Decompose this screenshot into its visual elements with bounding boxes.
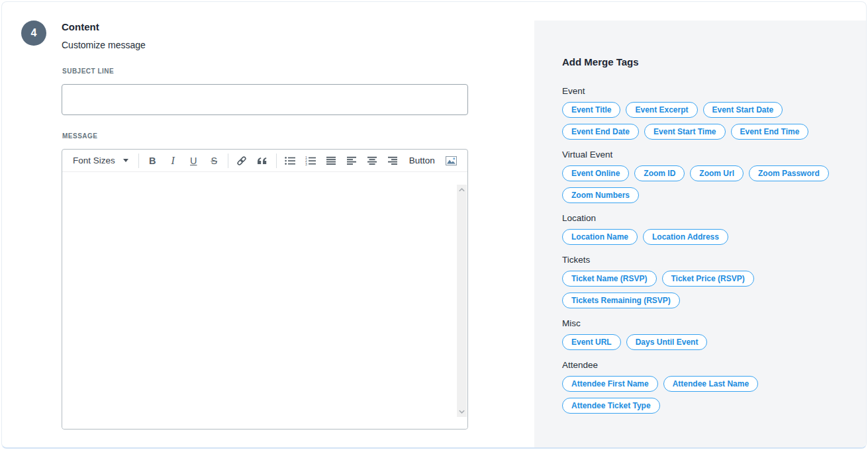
merge-tag-pill[interactable]: Tickets Remaining (RSVP) <box>562 293 680 308</box>
merge-tag-pill[interactable]: Event Title <box>562 102 620 118</box>
chevron-down-icon <box>459 410 465 414</box>
align-left-icon <box>347 156 356 165</box>
merge-tag-row: Event End DateEvent Start TimeEvent End … <box>562 124 840 140</box>
merge-tag-pill[interactable]: Zoom Numbers <box>562 187 639 203</box>
justify-button[interactable] <box>321 152 342 169</box>
merge-tags-title: Add Merge Tags <box>562 56 840 68</box>
merge-tag-section: LocationLocation NameLocation Address <box>562 212 840 245</box>
merge-tag-section: TicketsTicket Name (RSVP)Ticket Price (R… <box>562 254 840 308</box>
merge-section-label: Location <box>562 212 840 224</box>
merge-tag-row: Zoom Numbers <box>562 187 840 203</box>
caret-down-icon <box>123 159 128 162</box>
merge-tag-section: AttendeeAttendee First NameAttendee Last… <box>562 359 840 414</box>
page: 4 Content Customize message SUBJECT LINE… <box>0 0 868 452</box>
merge-tag-pill[interactable]: Event Excerpt <box>626 102 697 118</box>
italic-button[interactable]: I <box>163 152 183 169</box>
italic-icon: I <box>171 155 175 167</box>
merge-tag-section: MiscEvent URLDays Until Event <box>562 318 840 350</box>
link-button[interactable] <box>232 152 252 169</box>
merge-tag-pill[interactable]: Location Address <box>643 229 728 245</box>
step-number-badge: 4 <box>21 21 46 46</box>
merge-tag-row: Location NameLocation Address <box>562 229 840 245</box>
align-center-icon <box>367 156 377 165</box>
merge-tag-pill[interactable]: Zoom ID <box>634 165 685 181</box>
scrollbar-down-button[interactable] <box>457 406 467 417</box>
merge-tag-pill[interactable]: Zoom Url <box>690 165 744 181</box>
merge-section-label: Event <box>562 85 840 97</box>
step-title: Content <box>62 21 99 32</box>
blockquote-icon <box>257 157 267 165</box>
merge-tag-pill[interactable]: Attendee Last Name <box>663 376 758 392</box>
font-sizes-label: Font Sizes <box>73 156 115 165</box>
insert-button-button[interactable]: Button <box>403 156 441 165</box>
bold-button[interactable]: B <box>142 152 163 169</box>
align-right-icon <box>388 156 397 165</box>
step-number: 4 <box>31 27 37 39</box>
merge-tag-pill[interactable]: Event Start Date <box>703 102 783 118</box>
insert-image-button[interactable] <box>441 152 461 169</box>
bold-icon: B <box>149 156 156 166</box>
svg-text:3: 3 <box>305 162 307 165</box>
merge-tag-pill[interactable]: Event Start Time <box>644 124 725 140</box>
merge-tag-row: Ticket Name (RSVP)Ticket Price (RSVP) <box>562 271 840 287</box>
numbered-list-icon: 1 2 3 <box>305 156 316 165</box>
toolbar-divider <box>276 154 277 168</box>
scrollbar[interactable] <box>457 185 467 417</box>
image-icon <box>446 156 457 165</box>
merge-tag-section: Virtual EventEvent OnlineZoom IDZoom Url… <box>562 149 840 203</box>
strikethrough-button[interactable]: S <box>204 152 224 169</box>
merge-section-label: Tickets <box>562 254 840 265</box>
align-left-button[interactable] <box>342 152 362 169</box>
strikethrough-icon: S <box>211 156 217 166</box>
align-center-button[interactable] <box>362 152 383 169</box>
bullet-list-button[interactable] <box>280 152 301 169</box>
scrollbar-up-button[interactable] <box>457 185 467 195</box>
merge-tag-section: EventEvent TitleEvent ExcerptEvent Start… <box>562 85 840 140</box>
merge-tag-pill[interactable]: Days Until Event <box>626 334 708 350</box>
subject-input[interactable] <box>62 84 468 115</box>
subject-line-label: SUBJECT LINE <box>62 68 114 75</box>
underline-button[interactable]: U <box>183 152 204 169</box>
merge-tag-row: Attendee Ticket Type <box>562 398 840 414</box>
step-subtitle: Customize message <box>62 40 146 50</box>
chevron-up-icon <box>459 188 465 192</box>
merge-tag-row: Event URLDays Until Event <box>562 334 840 350</box>
merge-tag-row: Event TitleEvent ExcerptEvent Start Date <box>562 102 840 118</box>
merge-tag-pill[interactable]: Event End Time <box>731 124 809 140</box>
message-label: MESSAGE <box>62 132 98 140</box>
message-editor: Font Sizes B I U S <box>62 149 468 429</box>
merge-tag-pill[interactable]: Ticket Price (RSVP) <box>662 271 754 287</box>
justify-icon <box>326 156 336 165</box>
merge-tag-pill[interactable]: Location Name <box>562 229 638 245</box>
merge-section-label: Attendee <box>562 359 840 371</box>
underline-icon: U <box>190 156 197 166</box>
merge-tags-panel: Add Merge Tags EventEvent TitleEvent Exc… <box>534 21 866 447</box>
merge-section-label: Misc <box>562 318 840 329</box>
blockquote-button[interactable] <box>252 152 273 169</box>
link-icon <box>236 156 247 166</box>
merge-tag-pill[interactable]: Event Online <box>562 165 629 181</box>
merge-tag-pill[interactable]: Event URL <box>562 334 621 350</box>
merge-tag-row: Attendee First NameAttendee Last Name <box>562 376 840 392</box>
content-step-card: 4 Content Customize message SUBJECT LINE… <box>1 1 867 449</box>
numbered-list-button[interactable]: 1 2 3 <box>301 152 321 169</box>
bullet-list-icon <box>285 156 295 165</box>
merge-tag-sections: EventEvent TitleEvent ExcerptEvent Start… <box>562 85 840 414</box>
message-input[interactable] <box>62 172 467 429</box>
editor-toolbar: Font Sizes B I U S <box>62 150 467 172</box>
toolbar-divider <box>228 154 228 168</box>
merge-tag-pill[interactable]: Event End Date <box>562 124 639 140</box>
align-right-button[interactable] <box>383 152 403 169</box>
merge-tag-pill[interactable]: Attendee First Name <box>562 376 658 392</box>
merge-tag-pill[interactable]: Attendee Ticket Type <box>562 398 660 414</box>
merge-tag-pill[interactable]: Zoom Password <box>749 165 829 181</box>
merge-tag-row: Event OnlineZoom IDZoom UrlZoom Password <box>562 165 840 181</box>
merge-section-label: Virtual Event <box>562 149 840 160</box>
merge-tag-row: Tickets Remaining (RSVP) <box>562 293 840 308</box>
font-sizes-dropdown[interactable]: Font Sizes <box>66 152 135 169</box>
toolbar-divider <box>138 154 139 168</box>
merge-tag-pill[interactable]: Ticket Name (RSVP) <box>562 271 657 287</box>
